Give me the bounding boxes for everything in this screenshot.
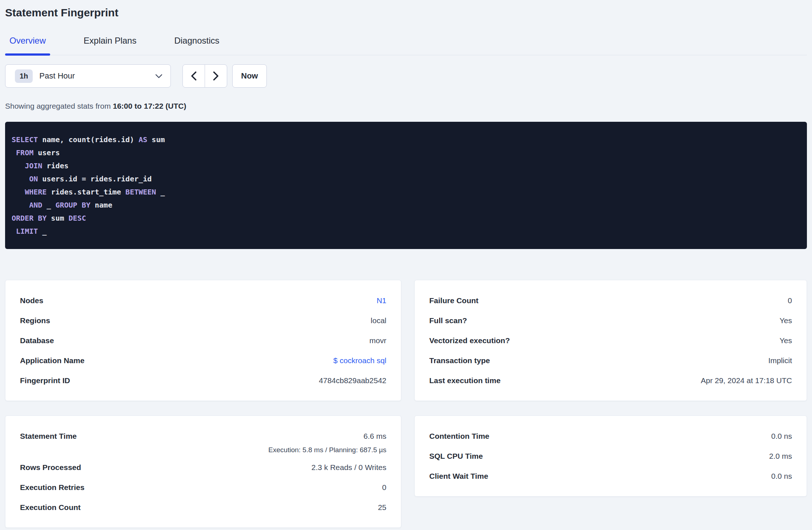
sql-line: SELECT name, count(rides.id) AS sum [12,133,798,146]
row-value: 0 [382,483,386,492]
sql-text [12,148,16,157]
sql-text: sum [147,135,165,144]
sql-line: LIMIT _ [12,225,798,238]
time-nav-group [182,64,227,88]
stat-row-sql-cpu-time: SQL CPU Time 2.0 ms [429,446,792,466]
detail-row-fingerprint-id: Fingerprint ID 4784cb829aab2542 [20,370,386,390]
nodes-link[interactable]: N1 [377,296,386,305]
row-label: Execution Retries [20,483,84,492]
row-value: Yes [780,336,792,345]
detail-row-failure-count: Failure Count 0 [429,290,792,310]
sql-text: name [91,201,112,209]
detail-row-full-scan: Full scan? Yes [429,310,792,330]
sql-text [12,227,16,236]
row-label: Application Name [20,356,84,365]
sql-line: ON users.id = rides.rider_id [12,172,798,185]
time-range-dropdown[interactable]: 1h Past Hour [5,64,171,88]
sql-text: _ [42,201,55,209]
previous-interval-button[interactable] [182,64,205,88]
sql-keyword: JOIN [25,161,42,170]
statement-stats-card: Statement Time 6.6 ms Execution: 5.8 ms … [5,415,401,528]
sql-keyword: BETWEEN [125,188,156,196]
row-label: Database [20,336,54,345]
row-label: Execution Count [20,503,81,512]
sql-text [12,161,25,170]
page-title: Statement Fingerprint [5,5,807,20]
aggregation-note-prefix: Showing aggregated stats from [5,102,113,110]
sql-line: FROM users [12,146,798,159]
row-label: Failure Count [429,296,478,305]
tab-overview[interactable]: Overview [5,35,50,55]
detail-row-application-name: Application Name $ cockroach sql [20,350,386,370]
row-label: Vectorized execution? [429,336,510,345]
sql-line: WHERE rides.start_time BETWEEN _ [12,185,798,198]
time-stats-card: Contention Time 0.0 ns SQL CPU Time 2.0 … [414,415,807,497]
sql-text: rides.start_time [47,188,125,196]
row-label: Rows Processed [20,463,81,472]
row-value: 2.0 ms [769,452,792,461]
stat-row-contention-time: Contention Time 0.0 ns [429,426,792,446]
next-interval-button[interactable] [205,64,227,88]
statement-fingerprint-page: Statement Fingerprint Overview Explain P… [0,5,812,528]
sql-keyword: AND [29,201,42,209]
statement-details-card: Nodes N1 Regions local Database movr App… [5,280,401,401]
sql-text [12,188,25,196]
sql-text: _ [156,188,165,196]
time-picker-toolbar: 1h Past Hour Now [5,64,807,88]
stat-row-rows-processed: Rows Processed 2.3 k Reads / 0 Writes [20,457,386,477]
sql-keyword: FROM [16,148,33,157]
sql-statement: SELECT name, count(rides.id) AS sum FROM… [5,122,807,249]
sql-text: name, count(rides.id) [38,135,138,144]
time-interval-badge: 1h [15,69,33,83]
statement-time-breakdown: Execution: 5.8 ms / Planning: 687.5 µs [20,446,386,457]
row-value: 25 [378,503,386,512]
row-label: Contention Time [429,432,489,441]
stat-row-execution-count: Execution Count 25 [20,497,386,517]
detail-row-database: Database movr [20,330,386,350]
detail-row-last-execution-time: Last execution time Apr 29, 2024 at 17:1… [429,370,792,390]
row-value: 6.6 ms [363,432,386,441]
chevron-left-icon [191,71,197,81]
row-value: Yes [780,316,792,325]
sql-text: users [33,148,60,157]
row-value: 4784cb829aab2542 [319,376,386,385]
row-label: Transaction type [429,356,490,365]
tab-diagnostics[interactable]: Diagnostics [170,35,224,55]
aggregation-note-range: 16:00 to 17:22 (UTC) [113,102,186,110]
chevron-right-icon [213,71,219,81]
stat-row-execution-retries: Execution Retries 0 [20,477,386,497]
sql-keyword: GROUP BY [55,201,90,209]
sql-keyword: AS [138,135,147,144]
row-value: 0 [788,296,792,305]
sql-keyword: SELECT [12,135,38,144]
sql-keyword: ORDER BY [12,214,47,222]
row-label: Client Wait Time [429,472,488,481]
summary-cards-row: Nodes N1 Regions local Database movr App… [5,280,807,401]
detail-row-vectorized-execution: Vectorized execution? Yes [429,330,792,350]
detail-row-regions: Regions local [20,310,386,330]
sql-line: AND _ GROUP BY name [12,198,798,212]
now-button[interactable]: Now [232,64,267,88]
application-name-link[interactable]: $ cockroach sql [333,356,386,365]
sql-line: JOIN rides [12,159,798,172]
sql-text [12,201,29,209]
sql-text: users.id = rides.rider_id [38,174,152,183]
row-value: 2.3 k Reads / 0 Writes [311,463,386,472]
sql-text: sum [47,214,68,222]
chevron-down-icon [155,74,162,79]
tab-bar: Overview Explain Plans Diagnostics [5,35,807,55]
sql-keyword: LIMIT [16,227,38,236]
row-value: movr [369,336,386,345]
row-value: 0.0 ns [771,472,792,481]
row-label: Nodes [20,296,43,305]
row-value: 0.0 ns [771,432,792,441]
row-value: Apr 29, 2024 at 17:18 UTC [701,376,792,385]
row-label: Fingerprint ID [20,376,70,385]
tab-explain-plans[interactable]: Explain Plans [79,35,141,55]
aggregation-note: Showing aggregated stats from 16:00 to 1… [5,101,807,112]
row-label: Full scan? [429,316,467,325]
sql-text: _ [38,227,47,236]
row-label: SQL CPU Time [429,452,483,461]
row-label: Last execution time [429,376,501,385]
sql-text [12,174,29,183]
